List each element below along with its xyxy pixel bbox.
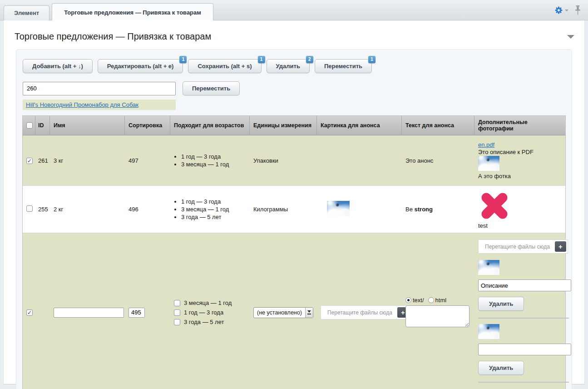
- row-checkbox[interactable]: [26, 205, 33, 212]
- tabbar-icons: [554, 5, 581, 15]
- radio-html[interactable]: [428, 297, 434, 303]
- age-item: 1 год — 3 года: [181, 153, 246, 160]
- cell-ages-edit: 3 месяца — 1 год 1 год — 3 года 3 года —…: [170, 293, 250, 332]
- announce-textarea[interactable]: [405, 305, 469, 327]
- move-button-top[interactable]: Переместить1: [315, 59, 372, 73]
- pdf-description: Это описание к PDF: [478, 149, 562, 155]
- sky-photo-thumbnail: [478, 324, 499, 339]
- name-input[interactable]: [54, 308, 124, 318]
- move-target-input[interactable]: [23, 82, 176, 95]
- row-checkbox[interactable]: ✓: [26, 158, 33, 164]
- age-checkbox[interactable]: [174, 309, 180, 316]
- header-text[interactable]: Текст для анонса: [402, 116, 474, 135]
- header-checkbox-cell: [23, 116, 35, 135]
- select-all-checkbox[interactable]: [26, 122, 33, 129]
- offers-panel: Добавить (alt + ↓) Редактировать (alt + …: [16, 49, 572, 389]
- photo-caption: А это фотка: [478, 173, 562, 180]
- cell-units: Килограммы: [250, 202, 317, 216]
- select-arrow-icon: [305, 308, 313, 318]
- cell-units: Упаковки: [250, 154, 317, 168]
- move-row: Переместить: [23, 81, 566, 95]
- product-link[interactable]: Hill's Новогодний Промонабор для Собак: [26, 101, 138, 108]
- sky-photo-thumbnail: [478, 260, 499, 275]
- cell-sort-edit: [125, 304, 170, 321]
- units-select[interactable]: (не установлено): [253, 307, 313, 318]
- sky-photo-thumbnail: [478, 156, 499, 171]
- pdf-link[interactable]: en.pdf: [478, 141, 494, 148]
- age-checkbox[interactable]: [174, 300, 180, 306]
- edit-count-badge: 1: [179, 56, 187, 63]
- cell-announce-text: Be strong: [402, 202, 474, 216]
- table-header-row: ID Имя Сортировка Подходит для возрастов…: [23, 116, 565, 135]
- save-count-badge: 1: [258, 56, 265, 63]
- announce-prefix: Be: [405, 206, 415, 213]
- cell-id: 255: [35, 202, 50, 216]
- move-button-top-label: Переместить: [324, 63, 362, 70]
- pin-icon[interactable]: [575, 5, 581, 15]
- row-checkbox[interactable]: ✓: [26, 309, 33, 316]
- cell-name-edit: [50, 304, 125, 321]
- settings-gear-button[interactable]: [554, 6, 568, 15]
- cell-sort: 496: [125, 202, 170, 216]
- page-head: Торговые предложения — Привязка к товара…: [4, 20, 584, 42]
- dropzone-label: Перетащите файлы сюда: [480, 244, 555, 250]
- save-button[interactable]: Сохранить (alt + s)1: [188, 59, 261, 73]
- gear-icon: [554, 6, 563, 15]
- sort-input[interactable]: [128, 308, 145, 318]
- tab-trade-offers[interactable]: Торговые предложения — Привязка к товара…: [52, 3, 213, 20]
- photo-delete-button[interactable]: Удалить: [478, 297, 524, 311]
- age-item: 1 год — 3 года: [181, 198, 246, 205]
- header-photos[interactable]: Дополнительные фотографии: [474, 116, 565, 135]
- move-button[interactable]: Переместить: [183, 81, 240, 95]
- table-row: ✓ 261 3 кг 497 1 год — 3 года 3 месяца —…: [23, 135, 565, 185]
- content-area: Торговые предложения — Привязка к товара…: [3, 20, 585, 384]
- add-button[interactable]: Добавить (alt + ↓): [23, 59, 93, 73]
- dropzone-label: Перетащите файлы сюда: [322, 309, 397, 316]
- cell-id: 261: [35, 154, 50, 168]
- age-checkbox[interactable]: [174, 319, 180, 325]
- chevron-down-icon: [565, 10, 568, 11]
- header-units[interactable]: Единицы измерения: [250, 116, 317, 135]
- table-edit-row: ✓ 3 месяца — 1 год 1 год — 3 года 3 года…: [23, 233, 565, 389]
- header-picture[interactable]: Картинка для анонса: [317, 116, 402, 135]
- cell-name: 2 кг: [50, 202, 125, 216]
- tab-element[interactable]: Элемент: [4, 5, 49, 20]
- cell-name: 3 кг: [50, 154, 125, 168]
- offers-table: ID Имя Сортировка Подходит для возрастов…: [22, 115, 566, 389]
- units-select-value: (не установлено): [257, 309, 302, 316]
- radio-text-label: text/: [413, 297, 424, 304]
- plus-icon[interactable]: +: [555, 241, 566, 252]
- age-item: 3 года — 5 лет: [181, 214, 246, 220]
- age-item: 3 месяца — 1 год: [181, 206, 246, 213]
- age-option-label: 3 месяца — 1 год: [184, 299, 232, 306]
- tab-bar: Элемент Торговые предложения — Привязка …: [0, 0, 588, 20]
- photo-delete-button[interactable]: Удалить: [478, 361, 524, 375]
- delete-button[interactable]: Удалить2: [267, 59, 310, 73]
- radio-html-label: html: [435, 297, 447, 304]
- product-link-strip: Hill's Новогодний Промонабор для Собак: [23, 100, 176, 110]
- header-ages[interactable]: Подходит для возрастов: [170, 116, 250, 135]
- header-id[interactable]: ID: [35, 116, 50, 135]
- age-option-label: 1 год — 3 года: [184, 309, 223, 316]
- age-option-label: 3 года — 5 лет: [184, 319, 224, 325]
- photos-dropzone[interactable]: Перетащите файлы сюда +: [478, 239, 568, 254]
- photo-caption: test: [478, 222, 488, 229]
- radio-text[interactable]: [405, 297, 411, 303]
- edit-button-label: Редактировать (alt + e): [107, 63, 174, 70]
- photo-description-input[interactable]: [478, 279, 571, 291]
- header-sort[interactable]: Сортировка: [125, 116, 170, 135]
- collapse-section-icon[interactable]: [567, 35, 574, 39]
- edit-button[interactable]: Редактировать (alt + e)1: [98, 59, 183, 73]
- photo-description-input[interactable]: [478, 344, 571, 355]
- picture-dropzone[interactable]: Перетащите файлы сюда +: [321, 305, 410, 319]
- divider: [478, 318, 569, 319]
- header-name[interactable]: Имя: [50, 116, 125, 135]
- delete-count-badge: 2: [306, 56, 313, 63]
- cell-announce-text: Это анонс: [402, 154, 474, 168]
- sky-photo-thumbnail: [327, 201, 350, 216]
- table-row: 255 2 кг 496 1 год — 3 года 3 месяца — 1…: [23, 185, 565, 233]
- toolbar: Добавить (alt + ↓) Редактировать (alt + …: [23, 59, 566, 73]
- cell-announce-edit: text/ html: [402, 293, 474, 332]
- announce-bold: strong: [415, 206, 433, 213]
- delete-button-label: Удалить: [276, 63, 300, 70]
